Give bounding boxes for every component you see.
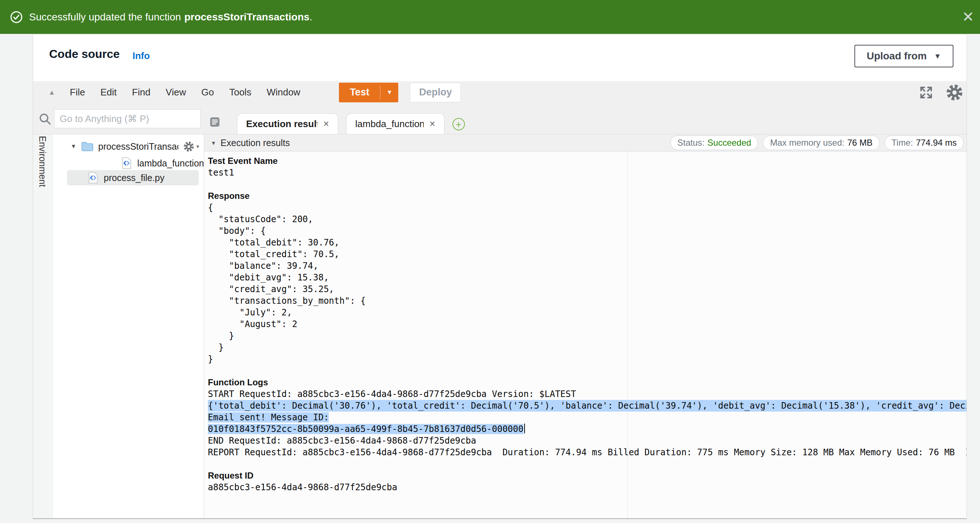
go-to-anything-input[interactable] (54, 109, 200, 128)
test-event-name-value: test1 (208, 167, 967, 179)
response-json: { "statusCode": 200, "body": { "total_de… (208, 202, 967, 365)
deploy-button[interactable]: Deploy (410, 83, 461, 102)
card-header: Code source Info Upload from ▼ (33, 34, 967, 81)
results-content: Test Event Name test1 Response { "status… (208, 155, 967, 493)
toolbar-band: Execution results × lambda_function.py ×… (33, 104, 967, 134)
response-label: Response (208, 190, 967, 202)
test-dropdown-icon[interactable]: ▼ (380, 83, 398, 102)
menu-view[interactable]: View (165, 87, 186, 98)
log-line-email-sent: Email sent! Message ID: (208, 411, 967, 423)
folder-expand-icon[interactable]: ▼ (71, 143, 76, 150)
new-tab-icon[interactable]: + (452, 118, 465, 131)
menu-window[interactable]: Window (266, 87, 300, 98)
page-title: Code source (49, 47, 120, 61)
folder-icon (81, 141, 94, 152)
flashbar-message: Successfully updated the functionprocess… (29, 11, 312, 23)
text-cursor (524, 424, 525, 434)
workspace: Environment ▼ processStoriTransactions (33, 134, 967, 518)
gear-icon[interactable] (946, 84, 963, 101)
flashbar-close-icon[interactable]: ✕ (962, 8, 974, 26)
editor-menubar: ▲ File Edit Find View Go Tools Window Te… (33, 81, 967, 104)
results-text-editor[interactable]: Test Event Name test1 Response { "status… (204, 151, 967, 518)
python-file-icon (88, 172, 99, 184)
collapse-section-icon[interactable]: ▼ (211, 140, 216, 146)
menu-file[interactable]: File (70, 87, 85, 98)
execution-results-title: Execution results (221, 138, 290, 148)
success-flashbar: Successfully updated the functionprocess… (0, 0, 980, 34)
tree-file-process-file-selected[interactable]: process_file.py (67, 170, 199, 185)
chevron-down-icon: ▼ (196, 144, 200, 149)
tab-execution-results[interactable]: Execution results × (237, 113, 338, 134)
search-icon[interactable] (38, 112, 52, 127)
code-source-card: Code source Info Upload from ▼ ▲ File Ed… (33, 34, 967, 519)
request-id-label: Request ID (208, 470, 967, 482)
log-line-report: REPORT RequestId: a885cbc3-e156-4da4-986… (208, 446, 967, 458)
test-event-name-label: Test Event Name (208, 155, 967, 167)
python-file-icon (121, 157, 132, 169)
tab-lambda-function[interactable]: lambda_function.py × (346, 113, 444, 134)
lambda-console: Successfully updated the functionprocess… (0, 0, 980, 523)
close-tab-icon[interactable]: × (323, 118, 329, 130)
menu-go[interactable]: Go (201, 87, 214, 98)
collapse-panel-icon[interactable]: ▲ (48, 89, 55, 97)
environment-tab[interactable]: Environment (37, 136, 48, 187)
tab-bar: Execution results × lambda_function.py ×… (204, 112, 967, 134)
info-link[interactable]: Info (132, 50, 150, 62)
log-line-end: END RequestId: a885cbc3-e156-4da4-9868-d… (208, 435, 967, 446)
close-tab-icon[interactable]: × (430, 118, 435, 130)
max-memory-badge: Max memory used: 76 MB (763, 136, 879, 150)
log-line-result-dict: {'total_debit': Decimal('30.76'), 'total… (208, 400, 967, 411)
tree-settings-gear-icon[interactable]: ▼ (183, 141, 200, 152)
test-button[interactable]: Test ▼ (339, 83, 398, 102)
file-name: process_file.py (104, 173, 165, 183)
result-badges: Status: Succeeded Max memory used: 76 MB… (671, 136, 964, 150)
status-badge: Status: Succeeded (671, 136, 758, 150)
upload-from-button[interactable]: Upload from ▼ (854, 45, 953, 67)
menu-edit[interactable]: Edit (100, 87, 117, 98)
execution-results-header: ▼ Execution results Status: Succeeded Ma… (204, 134, 967, 151)
time-badge: Time: 774.94 ms (885, 136, 964, 150)
chevron-down-icon: ▼ (934, 52, 942, 61)
tree-folder-row[interactable]: ▼ processStoriTransactions ▼ (71, 141, 200, 152)
tree-file-lambda-function[interactable]: lambda_function.py (121, 157, 216, 169)
menu-tools[interactable]: Tools (229, 87, 251, 98)
tab-list-icon[interactable] (208, 116, 221, 130)
folder-name: processStoriTransactions (98, 141, 178, 152)
file-tree-pane: Environment ▼ processStoriTransactions (33, 134, 204, 518)
log-line-start: START RequestId: a885cbc3-e156-4da4-9868… (208, 388, 967, 400)
log-line-message-id: 010f01843f5752cc-8b50099a-aa65-499f-8b45… (208, 423, 967, 435)
flashbar-function-name: processStoriTransactions (184, 11, 309, 22)
success-check-icon (10, 10, 23, 24)
function-logs-label: Function Logs (208, 376, 967, 388)
environment-strip: Environment (33, 134, 53, 518)
request-id-value: a885cbc3-e156-4da4-9868-d77f25de9cba (208, 482, 967, 493)
execution-results-pane: ▼ Execution results Status: Succeeded Ma… (204, 134, 967, 518)
menu-find[interactable]: Find (132, 87, 151, 98)
fullscreen-icon[interactable] (918, 85, 934, 100)
